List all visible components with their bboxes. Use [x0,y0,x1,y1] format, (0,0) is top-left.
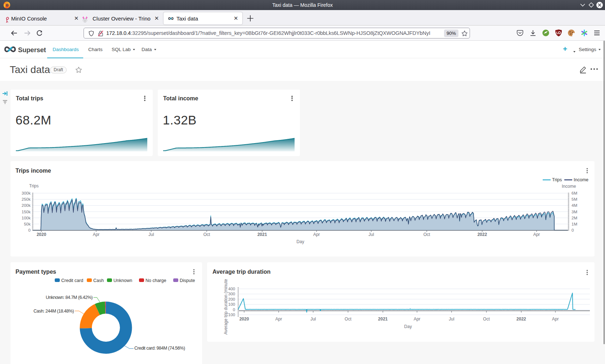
svg-text:-100: -100 [227,313,235,317]
svg-text:Apr: Apr [93,232,100,237]
svg-text:4M: 4M [572,203,577,208]
svg-text:150k: 150k [22,210,31,214]
svg-text:Oct: Oct [203,232,210,237]
svg-text:0: 0 [28,228,31,232]
svg-text:2022: 2022 [516,317,526,322]
svg-text:0: 0 [572,228,574,232]
svg-text:Trips: Trips [552,177,562,182]
svg-text:Oct: Oct [424,232,430,237]
svg-text:Day: Day [296,239,304,244]
svg-text:Credit card: 984M (74.56%): Credit card: 984M (74.56%) [134,346,185,351]
svg-text:Jul: Jul [148,232,154,237]
svg-text:Average trip duration: Average trip duration [212,269,270,275]
svg-text:400: 400 [228,287,235,291]
svg-text:Jul: Jul [449,317,454,322]
svg-text:Unknown: 84.7M (6.42%): Unknown: 84.7M (6.42%) [46,295,93,300]
svg-text:Income: Income [574,177,588,182]
svg-text:2022: 2022 [478,232,487,237]
svg-text:100k: 100k [22,216,31,220]
svg-text:Apr: Apr [313,232,320,237]
svg-text:100: 100 [228,302,235,306]
svg-text:Oct: Oct [345,317,351,322]
svg-text:2020: 2020 [239,317,249,322]
svg-text:250k: 250k [22,197,31,201]
svg-text:3M: 3M [572,210,577,214]
svg-text:Dispute: Dispute [180,278,195,283]
svg-text:200k: 200k [22,203,31,208]
svg-text:Cash: 244M (18.48%): Cash: 244M (18.48%) [33,309,74,314]
svg-text:2020: 2020 [37,232,46,237]
svg-text:Oct: Oct [483,317,490,322]
svg-text:1M: 1M [572,222,577,226]
svg-text:Apr: Apr [414,317,421,322]
svg-text:0: 0 [233,308,235,312]
svg-text:Day: Day [404,324,412,329]
svg-text:200: 200 [228,297,235,301]
svg-text:Trips income: Trips income [15,168,51,174]
svg-text:2021: 2021 [378,317,388,322]
svg-text:Credit card: Credit card [61,278,83,283]
svg-text:Apr: Apr [533,232,540,237]
svg-text:Jul: Jul [310,317,316,322]
svg-text:6M: 6M [572,191,577,195]
svg-text:Payment types: Payment types [15,269,56,275]
svg-text:Cash: Cash [93,278,104,283]
svg-text:No charge: No charge [145,278,166,283]
svg-text:Apr: Apr [275,317,282,322]
svg-text:2M: 2M [572,216,577,220]
svg-text:Income: Income [562,184,576,189]
svg-text:50k: 50k [24,222,31,226]
svg-text:300: 300 [228,292,235,296]
svg-text:2021: 2021 [257,232,267,237]
svg-text:Jul: Jul [368,232,374,237]
svg-text:300k: 300k [22,191,31,195]
svg-text:Apr: Apr [552,317,559,322]
svg-text:Average trip duration (minute: Average trip duration (minute [223,279,228,335]
svg-text:Unknown: Unknown [113,278,132,283]
svg-text:Trips: Trips [29,183,39,188]
svg-text:5M: 5M [572,197,577,201]
